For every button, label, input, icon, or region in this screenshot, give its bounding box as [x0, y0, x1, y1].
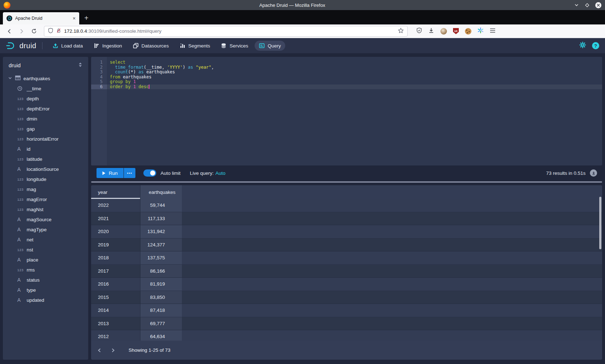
nav-item-datasources[interactable]: Datasources [129, 41, 173, 51]
schema-column-locationSource[interactable]: AlocationSource [3, 164, 88, 174]
schema-table-earthquakes[interactable]: earthquakes [3, 73, 88, 83]
menu-hamburger-icon[interactable] [490, 28, 496, 35]
druid-logo[interactable]: druid [6, 41, 36, 50]
cell-earthquakes[interactable]: 83,850 [140, 291, 182, 304]
table-row[interactable]: 201369,777 [91, 317, 602, 331]
schema-column-type[interactable]: Atype [3, 285, 88, 295]
panel-splitter[interactable] [91, 181, 602, 183]
cell-earthquakes[interactable]: 117,133 [140, 212, 182, 225]
schema-column-place[interactable]: Aplace [3, 255, 88, 265]
prev-page-icon[interactable] [94, 345, 105, 356]
editor-code[interactable]: select time_format(__time, 'YYYY') as "y… [107, 57, 602, 165]
string-type-icon: A [17, 217, 26, 222]
cell-year[interactable]: 2017 [91, 265, 140, 278]
url-bar[interactable]: 172.18.0.4:30109/unified-console.html#qu… [44, 26, 408, 37]
schema-column-gap[interactable]: 123gap [3, 124, 88, 134]
live-query-value[interactable]: Auto [215, 170, 225, 176]
table-row[interactable]: 201583,850 [91, 291, 602, 304]
table-row[interactable]: 2019124,377 [91, 238, 602, 252]
schema-column-magSource[interactable]: AmagSource [3, 214, 88, 224]
cell-earthquakes[interactable]: 124,377 [140, 238, 182, 251]
tracking-shield-icon[interactable] [48, 28, 53, 35]
cell-earthquakes[interactable]: 59,744 [140, 199, 182, 212]
forward-icon[interactable] [17, 26, 27, 36]
table-row[interactable]: 201487,418 [91, 304, 602, 317]
table-row[interactable]: 2020131,942 [91, 225, 602, 238]
insecure-lock-icon[interactable] [56, 28, 61, 35]
results-table: year earthquakes 202259,7442021117,13320… [91, 185, 602, 360]
window-maximize-icon[interactable] [585, 3, 590, 8]
schema-column-latitude[interactable]: 123latitude [3, 154, 88, 164]
schema-column-status[interactable]: Astatus [3, 275, 88, 285]
table-row[interactable]: 202259,744 [91, 199, 602, 212]
run-more-button[interactable]: ••• [124, 168, 135, 178]
column-header-year[interactable]: year [91, 185, 140, 199]
schema-column-id[interactable]: Aid [3, 144, 88, 154]
download-results-icon[interactable] [590, 169, 597, 177]
cell-year[interactable]: 2016 [91, 278, 140, 291]
url-text[interactable]: 172.18.0.4:30109/unified-console.html#qu… [64, 28, 395, 34]
nav-item-services[interactable]: Services [216, 41, 252, 51]
schema-column-depth[interactable]: 123depth [3, 94, 88, 104]
schema-column-longitude[interactable]: 123longitude [3, 174, 88, 184]
settings-gear-icon[interactable] [579, 41, 586, 50]
cell-year[interactable]: 2013 [91, 317, 140, 330]
help-icon[interactable]: ? [592, 42, 599, 49]
reload-icon[interactable] [29, 26, 39, 36]
window-close-icon[interactable] [595, 2, 601, 8]
nav-item-segments[interactable]: Segments [175, 41, 215, 51]
cell-year[interactable]: 2018 [91, 251, 140, 264]
cell-earthquakes[interactable]: 87,418 [140, 304, 182, 317]
schema-column-magType[interactable]: AmagType [3, 224, 88, 235]
schema-column-nst[interactable]: 123nst [3, 245, 88, 255]
back-icon[interactable] [4, 26, 14, 36]
cell-earthquakes[interactable]: 86,166 [140, 265, 182, 278]
schema-column-net[interactable]: Anet [3, 235, 88, 245]
schema-column-magError[interactable]: 123magError [3, 194, 88, 204]
nav-item-ingestion[interactable]: Ingestion [89, 41, 126, 51]
schema-column-updated[interactable]: Aupdated [3, 295, 88, 305]
downloads-icon[interactable] [428, 27, 434, 35]
cell-year[interactable]: 2019 [91, 238, 140, 251]
bookmark-star-icon[interactable] [398, 28, 404, 35]
cell-earthquakes[interactable]: 137,575 [140, 251, 182, 264]
cell-year[interactable]: 2022 [91, 199, 140, 212]
schema-column-__time[interactable]: __time [3, 83, 88, 94]
colorful-extension-icon[interactable] [478, 27, 484, 35]
auto-limit-toggle[interactable] [143, 169, 156, 177]
cell-year[interactable]: 2021 [91, 212, 140, 225]
nav-item-load-data[interactable]: Load data [48, 41, 87, 51]
nav-item-query[interactable]: Query [255, 41, 285, 51]
cell-year[interactable]: 2015 [91, 291, 140, 304]
run-button[interactable]: Run [97, 168, 124, 178]
schema-column-rms[interactable]: 123rms [3, 265, 88, 275]
table-row[interactable]: 2021117,133 [91, 212, 602, 226]
table-row[interactable]: 201681,919 [91, 278, 602, 291]
tab-close-icon[interactable]: × [73, 15, 76, 21]
window-minimize-icon[interactable] [574, 3, 579, 8]
vertical-scrollbar-thumb[interactable] [599, 197, 601, 249]
ublock-origin-icon[interactable]: U0 [453, 28, 459, 34]
column-header-earthquakes[interactable]: earthquakes [140, 185, 182, 199]
cell-earthquakes[interactable]: 131,942 [140, 225, 182, 238]
schema-column-mag[interactable]: 123mag [3, 184, 88, 194]
table-row[interactable]: 201786,166 [91, 265, 602, 278]
double-caret-sort-icon[interactable] [78, 62, 82, 68]
schema-column-horizontalError[interactable]: 123horizontalError [3, 134, 88, 144]
schema-column-depthError[interactable]: 123depthError [3, 104, 88, 114]
cookie-extension-icon[interactable] [465, 28, 471, 35]
cell-earthquakes[interactable]: 69,777 [140, 317, 182, 330]
table-row[interactable]: 2018137,575 [91, 251, 602, 265]
browser-tab[interactable]: Apache Druid × [3, 12, 79, 24]
next-page-icon[interactable] [108, 345, 118, 356]
cell-year[interactable]: 2020 [91, 225, 140, 238]
chevron-down-icon[interactable] [8, 76, 12, 81]
new-tab-button[interactable]: + [84, 14, 89, 22]
schema-column-magNst[interactable]: 123magNst [3, 204, 88, 214]
cell-year[interactable]: 2014 [91, 304, 140, 317]
extension-avatar-icon[interactable] [440, 28, 447, 35]
schema-column-dmin[interactable]: 123dmin [3, 114, 88, 124]
protections-shield-icon[interactable] [416, 27, 422, 35]
sql-editor[interactable]: 123456 select time_format(__time, 'YYYY'… [91, 57, 602, 165]
cell-earthquakes[interactable]: 81,919 [140, 278, 182, 291]
